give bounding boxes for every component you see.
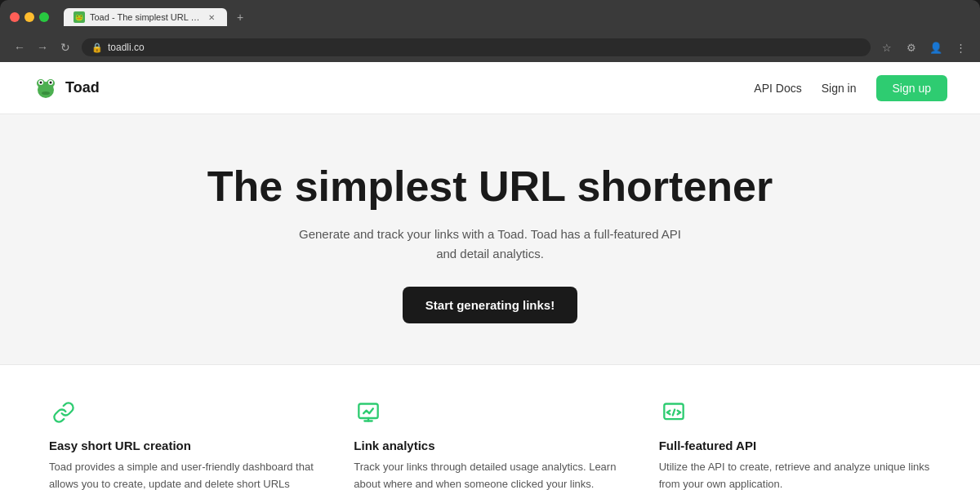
api-docs-link[interactable]: API Docs [754, 82, 801, 95]
hero-section: The simplest URL shortener Generate and … [0, 114, 980, 364]
hero-cta-button[interactable]: Start generating links! [403, 287, 577, 323]
feature-url-creation: Easy short URL creation Toad provides a … [49, 398, 321, 490]
svg-rect-8 [359, 404, 378, 419]
nav-buttons: ← → ↻ [10, 38, 75, 57]
lock-icon: 🔒 [91, 42, 103, 53]
sign-up-button[interactable]: Sign up [876, 75, 947, 101]
toolbar-actions: ☆ ⚙ 👤 ⋮ [877, 38, 970, 57]
active-tab[interactable]: 🐸 Toad - The simplest URL shor... ✕ [64, 8, 227, 26]
forward-button[interactable]: → [33, 38, 52, 57]
minimize-button[interactable] [24, 12, 34, 22]
feature-url-desc: Toad provides a simple and user-friendly… [49, 459, 321, 490]
analytics-icon [354, 398, 383, 427]
back-button[interactable]: ← [10, 38, 29, 57]
tab-title: Toad - The simplest URL shor... [90, 12, 201, 22]
logo-text: Toad [65, 79, 100, 96]
profile-button[interactable]: 👤 [926, 38, 946, 57]
maximize-button[interactable] [39, 12, 49, 22]
link-icon [49, 398, 78, 427]
address-bar[interactable]: 🔒 toadli.co [82, 38, 871, 56]
extensions-button[interactable]: ⚙ [902, 38, 921, 57]
browser-toolbar: ← → ↻ 🔒 toadli.co ☆ ⚙ 👤 ⋮ [0, 33, 980, 62]
feature-analytics-title: Link analytics [354, 439, 626, 452]
browser-titlebar: 🐸 Toad - The simplest URL shor... ✕ + [0, 0, 980, 33]
hero-title: The simplest URL shortener [33, 163, 947, 210]
url-text: toadli.co [108, 42, 145, 53]
new-tab-button[interactable]: + [232, 9, 248, 25]
feature-url-title: Easy short URL creation [49, 439, 321, 452]
browser-window: 🐸 Toad - The simplest URL shor... ✕ + ← … [0, 0, 980, 490]
feature-api-desc: Utilize the API to create, retrieve and … [659, 459, 931, 490]
feature-analytics-desc: Track your links through detailed usage … [354, 459, 626, 490]
tab-close-button[interactable]: ✕ [206, 11, 217, 23]
bookmark-button[interactable]: ☆ [877, 38, 897, 57]
reload-button[interactable]: ↻ [56, 38, 75, 57]
menu-button[interactable]: ⋮ [951, 38, 970, 57]
logo-icon [33, 75, 59, 101]
feature-api-title: Full-featured API [659, 439, 931, 452]
api-icon [659, 398, 688, 427]
hero-subtitle: Generate and track your links with a Toa… [294, 225, 686, 264]
tab-bar: 🐸 Toad - The simplest URL shor... ✕ + [64, 8, 970, 26]
feature-api: Full-featured API Utilize the API to cre… [659, 398, 931, 490]
svg-point-5 [40, 81, 42, 83]
svg-point-6 [50, 81, 52, 83]
feature-analytics: Link analytics Track your links through … [354, 398, 626, 490]
tab-favicon: 🐸 [74, 11, 85, 23]
svg-point-7 [42, 91, 50, 95]
features-section: Easy short URL creation Toad provides a … [0, 364, 980, 490]
page-content: Toad API Docs Sign in Sign up The simple… [0, 62, 980, 490]
site-navbar: Toad API Docs Sign in Sign up [0, 62, 980, 114]
site-logo: Toad [33, 75, 100, 101]
nav-links: API Docs Sign in Sign up [754, 75, 947, 101]
sign-in-link[interactable]: Sign in [822, 82, 857, 95]
traffic-lights [10, 12, 49, 22]
close-button[interactable] [10, 12, 20, 22]
